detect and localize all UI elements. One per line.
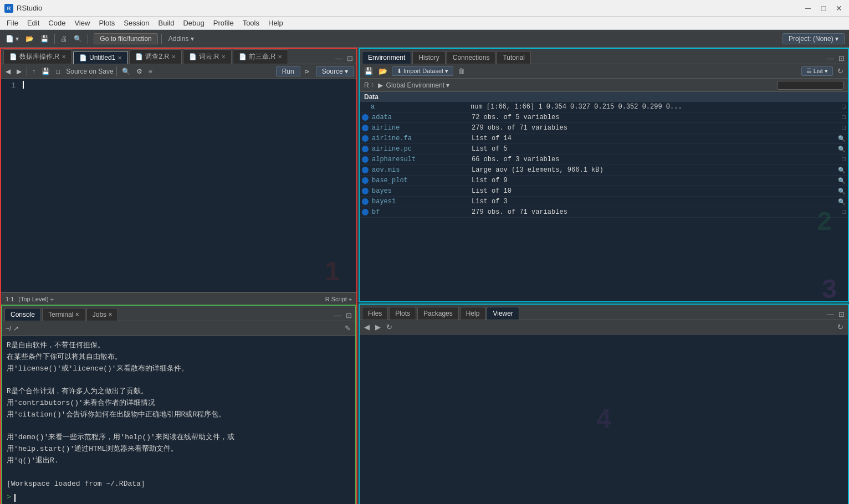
- viewer-reload-btn[interactable]: ↻: [836, 322, 845, 332]
- tab-environment[interactable]: Environment: [362, 51, 411, 64]
- prev-btn[interactable]: ↑: [30, 66, 38, 76]
- tab-chapter3[interactable]: 📄 前三章.R ✕: [233, 49, 288, 64]
- env-row-bayes[interactable]: bayes List of 10 🔍: [360, 186, 848, 197]
- tools-btn[interactable]: ⚙: [134, 66, 145, 76]
- tab-help[interactable]: Help: [460, 307, 486, 320]
- env-row-bayes1[interactable]: bayes1 List of 3 🔍: [360, 197, 848, 207]
- open-file-btn[interactable]: 📂: [23, 34, 36, 44]
- console-maximize-btn[interactable]: ⊡: [345, 310, 353, 321]
- find-btn[interactable]: 🔍: [71, 34, 84, 44]
- project-btn[interactable]: Project: (None) ▾: [782, 33, 845, 44]
- tab-history[interactable]: History: [412, 51, 445, 64]
- var-action-bayes[interactable]: 🔍: [838, 188, 846, 195]
- close-button[interactable]: ✕: [833, 3, 845, 14]
- menu-session[interactable]: Session: [119, 18, 154, 28]
- menu-code[interactable]: Code: [44, 18, 70, 28]
- tab-tutorial[interactable]: Tutorial: [497, 51, 531, 64]
- menu-profile[interactable]: Profile: [209, 18, 238, 28]
- r-version-label[interactable]: R ÷: [364, 81, 375, 89]
- list-view-btn[interactable]: ☰ List ▾: [801, 66, 833, 76]
- source-btn[interactable]: Source ▾: [316, 66, 354, 76]
- var-action-a[interactable]: □: [842, 104, 846, 110]
- tab-connections[interactable]: Connections: [447, 51, 496, 64]
- menu-file[interactable]: File: [2, 18, 23, 28]
- tab-survey[interactable]: 📄 调查2.R ✕: [129, 49, 182, 64]
- menu-build[interactable]: Build: [154, 18, 179, 28]
- var-action-aov-mis[interactable]: 🔍: [838, 167, 846, 174]
- env-refresh-btn[interactable]: ↻: [836, 66, 845, 76]
- back-btn[interactable]: ◀: [3, 66, 13, 76]
- tab-terminal[interactable]: Terminal ×: [42, 308, 85, 321]
- editor-minimize-btn[interactable]: —: [334, 53, 344, 64]
- addins-btn[interactable]: Addins ▾: [165, 34, 197, 44]
- editor-maximize-btn[interactable]: ⊡: [346, 53, 354, 64]
- var-action-base-plot[interactable]: 🔍: [838, 177, 846, 184]
- menu-plots[interactable]: Plots: [94, 18, 119, 28]
- menu-help[interactable]: Help: [264, 18, 288, 28]
- clear-console-btn[interactable]: ✎: [344, 323, 352, 333]
- new-file-btn[interactable]: 📄 ▾: [3, 34, 21, 44]
- tab-close-3[interactable]: ✕: [171, 54, 176, 60]
- env-row-aov-mis[interactable]: aov.mis Large aov (13 elements, 966.1 kB…: [360, 165, 848, 176]
- var-action-bf[interactable]: □: [842, 209, 846, 215]
- env-load-btn[interactable]: 📂: [377, 66, 388, 76]
- env-save-btn[interactable]: 💾: [363, 66, 374, 76]
- env-row-a[interactable]: a num [1:66, 1:66] 1 0.354 0.327 0.215 0…: [360, 102, 848, 112]
- maximize-button[interactable]: □: [818, 3, 829, 14]
- viewer-minimize-btn[interactable]: —: [826, 309, 835, 320]
- print-btn[interactable]: 🖨: [58, 34, 69, 44]
- tab-wordcloud[interactable]: 📄 词云.R ✕: [183, 49, 232, 64]
- env-row-airline[interactable]: airline 279 obs. of 71 variables □: [360, 123, 848, 133]
- menu-tools[interactable]: Tools: [238, 18, 264, 28]
- env-row-bf[interactable]: bf 279 obs. of 71 variables □: [360, 207, 848, 218]
- viewer-refresh-btn[interactable]: ↻: [385, 322, 393, 332]
- global-env-label[interactable]: Global Environment ▾: [386, 81, 450, 89]
- env-row-alpharesult[interactable]: alpharesult 66 obs. of 3 variables □: [360, 155, 848, 165]
- menu-debug[interactable]: Debug: [178, 18, 208, 28]
- tab-close-2[interactable]: ✕: [117, 55, 122, 61]
- code-area[interactable]: 1 1: [1, 79, 356, 292]
- run-options-btn[interactable]: ⊳: [302, 66, 312, 76]
- save-btn2[interactable]: 💾: [39, 66, 52, 76]
- console-prompt[interactable]: >: [7, 492, 351, 503]
- viewer-maximize-btn[interactable]: ⊡: [837, 309, 846, 320]
- var-action-adata[interactable]: □: [842, 114, 846, 121]
- console-content[interactable]: R是自由软件，不带任何担保。 在某些条件下你可以将其自由散布。 用'licens…: [2, 336, 355, 504]
- var-action-alpharesult[interactable]: □: [842, 156, 846, 163]
- tab-packages[interactable]: Packages: [417, 307, 459, 320]
- code-btn[interactable]: ≡: [146, 66, 155, 76]
- tab-console[interactable]: Console: [4, 308, 41, 321]
- tab-close-4[interactable]: ✕: [221, 54, 226, 60]
- var-action-bayes1[interactable]: 🔍: [838, 198, 846, 205]
- menu-view[interactable]: View: [70, 18, 94, 28]
- viewer-forward-btn[interactable]: ▶: [374, 322, 382, 332]
- next-btn[interactable]: □: [54, 66, 62, 76]
- env-row-adata[interactable]: adata 72 obs. of 5 variables □: [360, 112, 848, 123]
- tab-close-5[interactable]: ✕: [278, 54, 282, 60]
- run-btn[interactable]: Run: [276, 66, 300, 76]
- code-content[interactable]: [23, 81, 354, 89]
- save-btn[interactable]: 💾: [38, 34, 51, 44]
- console-minimize-btn[interactable]: —: [333, 310, 342, 321]
- forward-btn[interactable]: ▶: [14, 66, 24, 76]
- menu-edit[interactable]: Edit: [23, 18, 44, 28]
- find-btn2[interactable]: 🔍: [120, 66, 132, 76]
- tab-database[interactable]: 📄 数据库操作.R ✕: [3, 49, 72, 64]
- tab-jobs[interactable]: Jobs ×: [86, 308, 119, 321]
- tab-files[interactable]: Files: [362, 307, 388, 320]
- env-row-airline-fa[interactable]: airline.fa List of 14 🔍: [360, 133, 848, 144]
- env-clear-btn[interactable]: 🗑: [457, 66, 466, 76]
- tab-close-1[interactable]: ✕: [62, 54, 66, 60]
- tab-untitled1[interactable]: 📄 Untitled1 ✕: [73, 51, 128, 64]
- env-minimize-btn[interactable]: —: [826, 53, 835, 64]
- env-row-base-plot[interactable]: base_plot List of 9 🔍: [360, 176, 848, 186]
- env-search-input[interactable]: [777, 81, 843, 90]
- import-dataset-btn[interactable]: ⬇ Import Dataset ▾: [392, 66, 453, 76]
- tab-plots[interactable]: Plots: [389, 307, 416, 320]
- var-action-airline-pc[interactable]: 🔍: [838, 146, 846, 153]
- tab-viewer[interactable]: Viewer: [487, 307, 519, 320]
- viewer-back-btn[interactable]: ◀: [363, 322, 371, 332]
- var-action-airline-fa[interactable]: 🔍: [838, 135, 846, 142]
- env-row-airline-pc[interactable]: airline.pc List of 5 🔍: [360, 144, 848, 155]
- goto-file-btn[interactable]: Go to file/function: [94, 33, 157, 44]
